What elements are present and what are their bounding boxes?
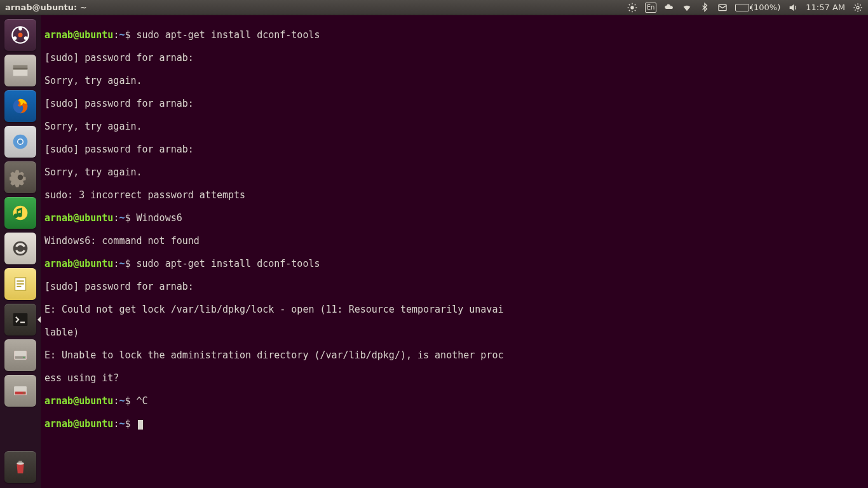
svg-point-37: [24, 356, 25, 358]
svg-rect-30: [17, 283, 24, 285]
keyboard-layout-indicator[interactable]: En: [645, 3, 656, 13]
launcher-disk-2[interactable]: [4, 375, 36, 407]
launcher-disk-1[interactable]: [4, 339, 36, 371]
svg-line-5: [629, 4, 630, 4]
terminal-line: ess using it?: [44, 372, 864, 384]
top-panel: arnab@ubuntu: ~ En (100%) 11:57 AM: [0, 0, 868, 15]
terminal-line: [sudo] password for arnab:: [44, 281, 864, 292]
terminal-line: Sorry, try again.: [44, 166, 864, 178]
launcher-office[interactable]: [4, 268, 36, 300]
network-wifi-icon[interactable]: [682, 3, 692, 13]
terminal-line: E: Could not get lock /var/lib/dpkg/lock…: [44, 304, 864, 315]
terminal-line: arnab@ubuntu:~$ sudo apt-get install dco…: [44, 29, 864, 41]
svg-rect-20: [13, 68, 28, 70]
svg-point-40: [24, 392, 25, 393]
terminal-line: arnab@ubuntu:~$ Windows6: [44, 212, 864, 224]
svg-point-12: [857, 6, 859, 9]
battery-icon: [735, 4, 749, 11]
launcher-dash[interactable]: [4, 19, 36, 51]
launcher-files[interactable]: [4, 55, 36, 86]
terminal-line: sudo: 3 incorrect password attempts: [44, 189, 864, 201]
svg-point-24: [18, 139, 22, 144]
svg-line-6: [635, 10, 635, 10]
svg-point-16: [24, 36, 28, 40]
svg-point-25: [18, 175, 24, 180]
launcher-firefox[interactable]: [4, 90, 36, 122]
clock[interactable]: 11:57 AM: [806, 3, 845, 12]
svg-line-7: [629, 10, 630, 10]
weather-icon[interactable]: [664, 3, 674, 13]
battery-indicator[interactable]: (100%): [735, 3, 780, 12]
launcher-settings[interactable]: [4, 161, 36, 193]
terminal-line: [sudo] password for arnab:: [44, 52, 864, 64]
sound-icon[interactable]: [788, 3, 798, 13]
cursor: [138, 420, 143, 430]
terminal-line: Sorry, try again.: [44, 75, 864, 86]
unity-launcher: [0, 15, 41, 488]
gear-icon[interactable]: [853, 3, 863, 13]
launcher-terminal[interactable]: [4, 304, 36, 336]
terminal-line: [sudo] password for arnab:: [44, 98, 864, 109]
panel-indicators: En (100%) 11:57 AM: [627, 3, 868, 13]
launcher-software-updater[interactable]: [4, 233, 36, 264]
battery-pct: (100%): [750, 3, 780, 12]
svg-point-0: [630, 6, 634, 9]
svg-rect-29: [17, 280, 24, 281]
launcher-music[interactable]: [4, 197, 36, 229]
window-title: arnab@ubuntu: ~: [0, 3, 627, 12]
svg-rect-32: [13, 313, 28, 326]
terminal-line: lable): [44, 327, 864, 338]
terminal-line: arnab@ubuntu:~$: [44, 418, 864, 430]
svg-rect-42: [18, 461, 22, 463]
terminal-viewport[interactable]: arnab@ubuntu:~$ sudo apt-get install dco…: [41, 15, 868, 488]
svg-point-17: [18, 32, 22, 37]
svg-line-8: [635, 4, 635, 4]
terminal-line: Sorry, try again.: [44, 121, 864, 132]
messages-icon[interactable]: [717, 3, 728, 13]
svg-point-14: [18, 27, 22, 30]
launcher-trash[interactable]: [4, 451, 36, 483]
svg-rect-31: [17, 286, 21, 287]
bluetooth-icon[interactable]: [700, 3, 710, 13]
terminal-line: arnab@ubuntu:~$ sudo apt-get install dco…: [44, 258, 864, 269]
terminal-line: Windows6: command not found: [44, 235, 864, 247]
terminal-line: arnab@ubuntu:~$ ^C: [44, 395, 864, 407]
brightness-icon[interactable]: [627, 3, 637, 13]
svg-point-15: [13, 36, 17, 40]
terminal-line: [sudo] password for arnab:: [44, 144, 864, 155]
terminal-line: E: Unable to lock the administration dir…: [44, 349, 864, 361]
launcher-chromium[interactable]: [4, 126, 36, 158]
svg-rect-19: [13, 69, 28, 76]
